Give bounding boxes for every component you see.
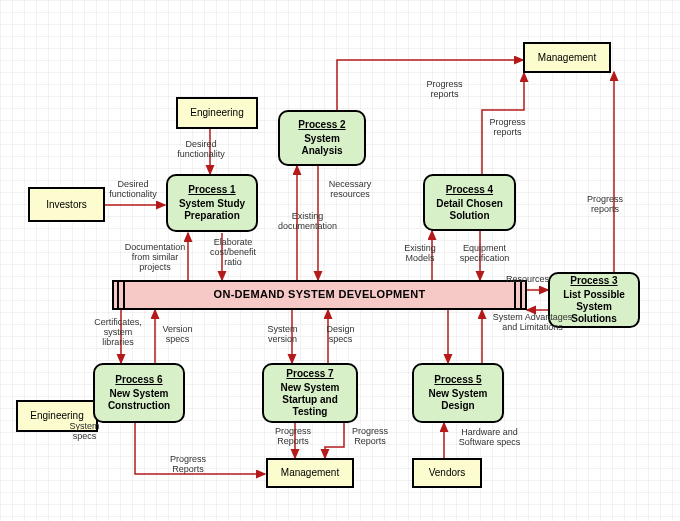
label: ON-DEMAND SYSTEM DEVELOPMENT	[214, 288, 426, 301]
lbl-design-specs: Design specs	[318, 325, 363, 345]
lbl-advantages: System Advantages and Limitations	[490, 313, 575, 333]
entity-engineering-top: Engineering	[176, 97, 258, 129]
body: System Study Preparation	[174, 198, 250, 222]
lbl-progress-8: Progress reports	[480, 118, 535, 138]
arrow-layer	[0, 0, 680, 521]
lbl-resources: Resources	[500, 275, 555, 285]
title: Process 6	[115, 374, 162, 386]
diagram-canvas: Investors Engineering Management Enginee…	[0, 0, 680, 521]
title: Process 4	[446, 184, 493, 196]
title: Process 2	[298, 119, 345, 131]
lbl-system-specs: System specs	[62, 422, 107, 442]
lbl-desired-functionality-1: Desired functionality	[104, 180, 162, 200]
title: Process 1	[188, 184, 235, 196]
lbl-existing-models: Existing Models	[398, 244, 442, 264]
label: Management	[538, 52, 596, 64]
process-1: Process 1System Study Preparation	[166, 174, 258, 232]
lbl-certificates: Certificates, system libraries	[88, 318, 148, 348]
process-6: Process 6New System Construction	[93, 363, 185, 423]
lbl-elaborate: Elaborate cost/benefit ratio	[204, 238, 262, 268]
entity-management-bottom: Management	[266, 458, 354, 488]
body: New System Startup and Testing	[270, 382, 350, 418]
lbl-progress-7: Progress reports	[417, 80, 472, 100]
process-7: Process 7New System Startup and Testing	[262, 363, 358, 423]
entity-investors: Investors	[28, 187, 105, 222]
process-4: Process 4Detail Chosen Solution	[423, 174, 516, 231]
central-process: ON-DEMAND SYSTEM DEVELOPMENT	[112, 280, 527, 310]
lbl-progress-9: Progress reports	[580, 195, 630, 215]
title: Process 3	[570, 275, 617, 287]
body: Detail Chosen Solution	[431, 198, 508, 222]
lbl-progress-19: Progress Reports	[163, 455, 213, 475]
body: System Analysis	[286, 133, 358, 157]
title: Process 5	[434, 374, 481, 386]
body: New System Construction	[101, 388, 177, 412]
entity-vendors: Vendors	[412, 458, 482, 488]
process-5: Process 5New System Design	[412, 363, 504, 423]
bar-right	[514, 282, 522, 308]
lbl-equipment: Equipment specification	[452, 244, 517, 264]
process-2: Process 2System Analysis	[278, 110, 366, 166]
lbl-system-version: System version	[260, 325, 305, 345]
lbl-existing-doc: Existing documentation	[270, 212, 345, 232]
label: Engineering	[190, 107, 243, 119]
lbl-hardware: Hardware and Software specs	[452, 428, 527, 448]
label: Vendors	[429, 467, 466, 479]
body: New System Design	[420, 388, 496, 412]
label: Investors	[46, 199, 87, 211]
bar-left	[117, 282, 125, 308]
label: Management	[281, 467, 339, 479]
lbl-version-specs: Version specs	[155, 325, 200, 345]
title: Process 7	[286, 368, 333, 380]
lbl-progress-21: Progress Reports	[345, 427, 395, 447]
lbl-documentation: Documentation from similar projects	[118, 243, 192, 273]
lbl-necessary: Necessary resources	[320, 180, 380, 200]
lbl-progress-20: Progress Reports	[268, 427, 318, 447]
entity-management-top: Management	[523, 42, 611, 73]
lbl-desired-functionality-2: Desired functionality	[172, 140, 230, 160]
